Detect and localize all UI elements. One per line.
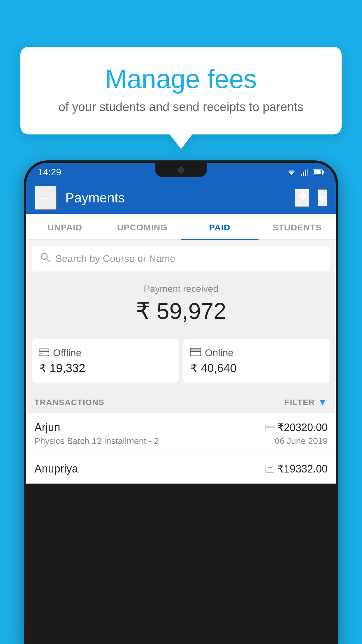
- app-content: Search by Course or Name Payment receive…: [26, 240, 336, 484]
- gear-icon: [295, 190, 309, 203]
- svg-rect-11: [40, 354, 43, 354]
- online-label: Online: [205, 347, 233, 358]
- transaction-top: Anupriya ₹19332.00: [34, 463, 328, 475]
- offline-amount: ₹ 19,332: [39, 361, 172, 375]
- tabs-bar: UNPAID UPCOMING PAID STUDENTS: [26, 214, 336, 240]
- search-bar[interactable]: Search by Course or Name: [32, 246, 330, 271]
- online-amount: ₹ 40,640: [190, 361, 323, 375]
- svg-rect-2: [305, 170, 306, 176]
- payment-received-section: Payment received ₹ 59,972: [26, 272, 336, 333]
- transactions-header: TRANSACTIONS FILTER ▼: [26, 389, 336, 413]
- notch: [155, 163, 207, 177]
- payment-received-label: Payment received: [32, 284, 330, 294]
- svg-rect-13: [191, 349, 200, 351]
- tab-paid[interactable]: PAID: [181, 214, 259, 239]
- manage-fees-title: Manage fees: [35, 64, 327, 94]
- add-button[interactable]: +: [318, 189, 327, 206]
- offline-card-header: Offline: [39, 347, 172, 358]
- transaction-row[interactable]: Arjun ₹20320.00 Physics: [26, 413, 336, 454]
- payment-cards: Offline ₹ 19,332 Online: [26, 333, 336, 389]
- filter-label: FILTER: [284, 398, 315, 407]
- svg-rect-17: [266, 466, 274, 473]
- pay-mode-icon: [266, 421, 274, 434]
- offline-card: Offline ₹ 19,332: [32, 339, 179, 383]
- svg-line-8: [46, 258, 49, 261]
- svg-rect-10: [39, 351, 49, 352]
- battery-icon: [313, 169, 324, 176]
- transaction-name: Anupriya: [34, 463, 78, 475]
- payment-received-amount: ₹ 59,972: [32, 298, 330, 324]
- svg-rect-3: [307, 169, 308, 176]
- svg-rect-15: [266, 425, 274, 431]
- transaction-row[interactable]: Anupriya ₹19332.00: [26, 454, 336, 484]
- back-button[interactable]: ←: [35, 186, 57, 210]
- svg-rect-1: [303, 172, 304, 176]
- tab-students[interactable]: STUDENTS: [259, 214, 336, 239]
- app-bar-actions: +: [295, 189, 327, 207]
- transaction-amount: ₹19332.00: [266, 463, 328, 475]
- online-icon: [190, 347, 201, 358]
- transaction-bottom: Physics Batch 12 Installment - 2 06 June…: [34, 436, 328, 446]
- svg-rect-5: [322, 171, 324, 174]
- search-icon: [40, 252, 50, 265]
- offline-label: Offline: [53, 347, 82, 358]
- transaction-date: 06 June 2019: [275, 436, 328, 446]
- manage-fees-subtitle: of your students and send receipts to pa…: [35, 100, 327, 114]
- filter-button[interactable]: FILTER ▼: [284, 397, 328, 408]
- status-time: 14:29: [38, 167, 61, 178]
- transaction-amount: ₹20320.00: [266, 421, 328, 434]
- transaction-name: Arjun: [34, 421, 60, 434]
- svg-rect-0: [301, 174, 302, 176]
- transaction-top: Arjun ₹20320.00: [34, 421, 328, 434]
- transactions-list: Arjun ₹20320.00 Physics: [26, 413, 336, 484]
- transactions-label: TRANSACTIONS: [34, 398, 104, 407]
- signal-icon: [301, 169, 309, 176]
- settings-button[interactable]: [295, 189, 309, 207]
- phone-inner: 14:29: [26, 163, 336, 642]
- offline-icon: [39, 347, 49, 358]
- wifi-icon: [286, 169, 297, 176]
- search-placeholder: Search by Course or Name: [55, 253, 175, 264]
- svg-rect-18: [268, 468, 272, 471]
- status-icons: [286, 169, 324, 176]
- camera: [178, 167, 184, 173]
- filter-icon: ▼: [318, 397, 328, 408]
- tab-unpaid[interactable]: UNPAID: [26, 214, 104, 239]
- pay-mode-icon-cash: [266, 463, 274, 475]
- app-bar: ← Payments +: [26, 182, 336, 214]
- online-card: Online ₹ 40,640: [183, 339, 330, 383]
- phone-frame: 14:29: [24, 160, 338, 644]
- app-title: Payments: [65, 190, 286, 206]
- tab-upcoming[interactable]: UPCOMING: [104, 214, 181, 239]
- speech-bubble: Manage fees of your students and send re…: [20, 47, 342, 134]
- online-card-header: Online: [190, 347, 323, 358]
- svg-rect-6: [314, 170, 321, 174]
- transaction-course: Physics Batch 12 Installment - 2: [34, 436, 159, 446]
